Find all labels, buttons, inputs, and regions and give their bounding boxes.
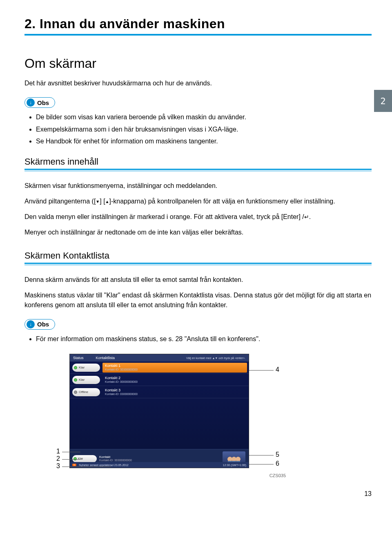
callout-line xyxy=(62,452,80,452)
text: . xyxy=(309,213,311,220)
contact-id: Kontakt-ID: 03000000000 xyxy=(105,393,246,396)
text: ]-knapparna) på kontrollpanelen för att … xyxy=(109,198,335,205)
return-icon: ↵ xyxy=(304,214,309,220)
contact-name: Kontakt 1 xyxy=(105,364,245,368)
subsection-title: Skärmen Kontaktlista xyxy=(24,250,372,261)
sub2-p1: Denna skärm används för att ansluta till… xyxy=(24,275,372,285)
callout-line xyxy=(249,370,274,371)
sub1-p2: Använd piltangenterna ([▼] [▲]-knapparna… xyxy=(24,196,372,206)
contact-name: Kontakt 2 xyxy=(105,376,246,380)
obs-badge: ↓ Obs xyxy=(24,319,55,330)
contact-name: Kontakt 3 xyxy=(105,389,246,393)
obs1-item: Exempelskärmarna som i den här bruksanvi… xyxy=(36,124,372,135)
obs2-list: För mer information om maskinens status,… xyxy=(24,334,372,344)
screenshot-figure: Status Kontaktlista Välj en kontakt med … xyxy=(49,354,343,472)
obs1-item: Se Handbok för enhet för information om … xyxy=(36,136,372,147)
screen-header: Status Kontaktlista Välj en kontakt med … xyxy=(70,354,249,362)
obs-label: Obs xyxy=(37,99,49,106)
bottom-label: Kontakt xyxy=(99,455,132,459)
contact-row: Klar Kontakt 2 Kontakt-ID: 00000000000 xyxy=(70,374,249,386)
status-pill: Klar xyxy=(72,376,100,384)
contact-id: Kontakt-ID: 00000000000 xyxy=(105,380,246,384)
up-triangle-icon: ▲ xyxy=(105,199,109,204)
screen-bottom-bar: Klar Kontakt Kontakt-ID: 30300000000 N N… xyxy=(70,449,249,468)
status-dot-green-icon xyxy=(74,378,77,382)
callout-line xyxy=(62,467,111,467)
contact-info: Kontakt 1 Kontakt-ID: 30300000000 xyxy=(102,363,247,373)
callout-6: 6 xyxy=(276,460,279,467)
news-time: 12:30 (GMT+1:00) xyxy=(223,464,246,467)
status-text: Offline xyxy=(79,390,88,394)
chapter-title: 2. Innan du använder maskinen xyxy=(24,16,372,31)
status-text: Klar xyxy=(79,366,85,369)
sub-rule-thin xyxy=(24,171,372,171)
sub-rule-thick xyxy=(24,263,372,264)
header-contact-col: Kontaktlista xyxy=(96,356,115,360)
sub1-p1: Skärmen visar funktionsmenyerna, inställ… xyxy=(24,181,372,191)
subsection-title: Skärmens innehåll xyxy=(24,156,372,167)
arrow-down-circle-icon: ↓ xyxy=(27,320,35,328)
sub-rule-thin xyxy=(24,265,372,265)
obs2-item: För mer information om maskinens status,… xyxy=(36,334,372,344)
text: Den valda menyn eller inställningen är m… xyxy=(24,213,304,220)
contact-id: Kontakt-ID: 30300000000 xyxy=(105,368,245,371)
section-title: Om skärmar xyxy=(24,56,372,71)
arrow-down-circle-icon: ↓ xyxy=(27,98,35,107)
callout-line xyxy=(62,459,80,460)
header-hint: Välj en kontakt med ▲▼ och tryck på <ent… xyxy=(186,357,245,360)
status-dot-grey-icon xyxy=(74,391,77,394)
contact-row-selected: Klar Kontakt 1 Kontakt-ID: 30300000000 xyxy=(70,362,249,374)
status-dot-green-icon xyxy=(74,366,77,369)
obs-badge: ↓ Obs xyxy=(24,97,55,108)
callout-2: 2 xyxy=(56,455,60,462)
status-dot-green-icon xyxy=(74,457,77,460)
callout-5: 5 xyxy=(276,451,279,458)
sub1-p4: Menyer och inställningar är nedtonade om… xyxy=(24,228,372,237)
header-status-col: Status xyxy=(73,356,84,360)
side-tab: 2 xyxy=(374,90,392,112)
callout-line xyxy=(249,464,274,464)
contact-info: Kontakt 3 Kontakt-ID: 03000000000 xyxy=(102,387,249,397)
obs1-item: De bilder som visas kan variera beroende… xyxy=(36,112,372,123)
obs-label: Obs xyxy=(37,321,49,328)
figure-code: CZS035 xyxy=(24,473,286,478)
bottom-contact-text: Kontakt Kontakt-ID: 30300000000 xyxy=(99,455,132,462)
device-screen: Status Kontaktlista Välj en kontakt med … xyxy=(69,354,249,468)
contact-info: Kontakt 2 Kontakt-ID: 00000000000 xyxy=(102,375,249,385)
page-number: 13 xyxy=(24,490,372,498)
callout-line xyxy=(249,455,274,456)
sub2-p2: Maskinens status växlar till "Klar" enda… xyxy=(24,290,372,310)
chapter-rule xyxy=(24,34,372,36)
down-triangle-icon: ▼ xyxy=(96,199,100,204)
section-intro: Det här avsnittet beskriver huvudskärmar… xyxy=(24,78,372,88)
avatar-icon xyxy=(236,457,241,462)
sub-rule-thick xyxy=(24,169,372,170)
avatar-group-icon xyxy=(223,451,245,463)
text: ] [ xyxy=(100,198,105,205)
status-pill: Offline xyxy=(72,388,100,396)
obs1-list: De bilder som visas kan variera beroende… xyxy=(24,112,372,147)
status-pill: Klar xyxy=(72,364,100,372)
status-text: Klar xyxy=(79,378,85,382)
callout-4: 4 xyxy=(276,366,279,373)
callout-3: 3 xyxy=(56,462,60,470)
bottom-status-pill: Klar xyxy=(72,455,97,462)
news-badge-icon: N xyxy=(72,464,76,466)
news-text: Nyheter senast uppdaterad 23.05.2012 xyxy=(79,464,128,467)
contact-row: Offline Kontakt 3 Kontakt-ID: 0300000000… xyxy=(70,386,249,398)
text: Använd piltangenterna ([ xyxy=(24,198,96,205)
sub1-p3: Den valda menyn eller inställningen är m… xyxy=(24,212,372,222)
callout-1: 1 xyxy=(56,448,60,455)
